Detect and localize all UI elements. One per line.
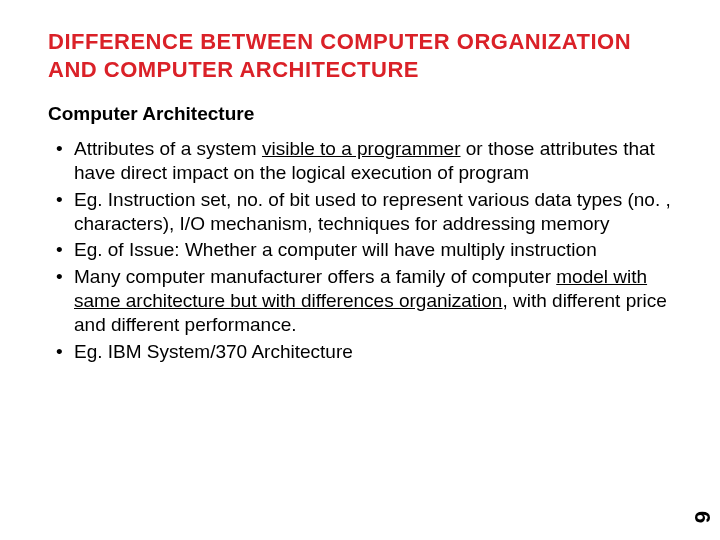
bullet-text-pre: Eg. of Issue: Whether a computer will ha… bbox=[74, 239, 597, 260]
list-item: Eg. IBM System/370 Architecture bbox=[74, 340, 672, 364]
list-item: Eg. Instruction set, no. of bit used to … bbox=[74, 188, 672, 237]
page-number: 6 bbox=[689, 511, 715, 523]
list-item: Eg. of Issue: Whether a computer will ha… bbox=[74, 238, 672, 262]
bullet-text-pre: Many computer manufacturer offers a fami… bbox=[74, 266, 556, 287]
bullet-text-pre: Eg. IBM System/370 Architecture bbox=[74, 341, 353, 362]
list-item: Attributes of a system visible to a prog… bbox=[74, 137, 672, 186]
bullet-text-pre: Eg. Instruction set, no. of bit used to … bbox=[74, 189, 671, 234]
bullet-text-underline: visible to a programmer bbox=[262, 138, 461, 159]
list-item: Many computer manufacturer offers a fami… bbox=[74, 265, 672, 338]
slide-title: DIFFERENCE BETWEEN COMPUTER ORGANIZATION… bbox=[48, 28, 672, 83]
bullet-list: Attributes of a system visible to a prog… bbox=[48, 137, 672, 364]
bullet-text-pre: Attributes of a system bbox=[74, 138, 262, 159]
slide-subtitle: Computer Architecture bbox=[48, 103, 672, 125]
